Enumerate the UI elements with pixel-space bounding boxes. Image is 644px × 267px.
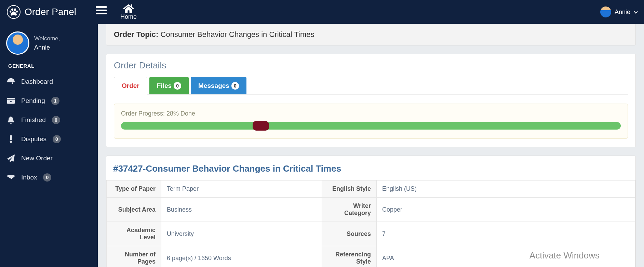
tab-messages[interactable]: Messages 0 — [191, 77, 246, 94]
app-root: Order Panel Home Annie Welcome, Annie GE… — [0, 0, 644, 267]
home-icon — [123, 4, 134, 13]
avatar-icon — [600, 6, 611, 17]
user-name-top: Annie — [615, 9, 630, 16]
sidebar-item-label: Pending — [21, 97, 45, 105]
sidebar-user-block: Welcome, Annie — [0, 29, 98, 61]
tab-order[interactable]: Order — [114, 77, 147, 95]
order-topic-bar: Order Topic: Consumer Behavior Changes i… — [106, 24, 636, 45]
sidebar: Welcome, Annie GENERAL DashboardPending1… — [0, 24, 98, 267]
welcome-label: Welcome, — [34, 35, 60, 42]
nav-list: DashboardPending1Finished0Disputes0New O… — [0, 72, 98, 187]
topnav: Home — [96, 4, 137, 21]
details-card: #37427-Consumer Behavior Changes in Crit… — [106, 156, 636, 267]
sidebar-item-dashboard[interactable]: Dashboard — [0, 72, 98, 91]
detail-key: Referencing Style — [322, 246, 377, 267]
disputes-icon — [7, 135, 15, 143]
tab-files[interactable]: Files 0 — [149, 77, 189, 94]
table-row: Number of Pages6 page(s) / 1650 WordsRef… — [107, 246, 635, 267]
sidebar-badge: 0 — [53, 135, 61, 143]
order-details-card: Order Details Order Files 0 Messages 0 O… — [106, 54, 636, 147]
tabs: Order Files 0 Messages 0 — [114, 77, 628, 95]
home-button[interactable]: Home — [120, 4, 137, 21]
detail-value: English (US) — [377, 181, 635, 198]
avatar-icon — [6, 31, 29, 55]
chevron-down-icon — [634, 10, 638, 13]
detail-key: Academic Level — [107, 222, 161, 246]
tab-messages-label: Messages — [198, 82, 229, 90]
sidebar-item-disputes[interactable]: Disputes0 — [0, 130, 98, 149]
main-content: Order Topic: Consumer Behavior Changes i… — [98, 24, 644, 267]
progress-bar[interactable] — [121, 122, 621, 130]
sidebar-username: Annie — [34, 44, 60, 51]
sidebar-item-label: Finished — [21, 116, 46, 124]
details-title: #37427-Consumer Behavior Changes in Crit… — [106, 162, 635, 180]
paw-icon — [7, 5, 21, 19]
new-order-icon — [7, 154, 15, 162]
detail-key: Number of Pages — [107, 246, 161, 267]
detail-value: University — [161, 222, 322, 246]
order-topic-value: Consumer Behavior Changes in Critical Ti… — [161, 30, 314, 39]
inbox-icon — [7, 173, 15, 182]
svg-point-0 — [10, 101, 12, 102]
sidebar-item-new-order[interactable]: New Order — [0, 149, 98, 168]
tab-files-label: Files — [157, 82, 172, 90]
order-details-heading: Order Details — [114, 60, 628, 71]
sidebar-item-label: Dashboard — [21, 78, 53, 85]
detail-value: Copper — [377, 198, 635, 222]
sidebar-badge: 0 — [43, 173, 51, 182]
details-table: Type of PaperTerm PaperEnglish StyleEngl… — [106, 180, 635, 267]
pending-icon — [7, 97, 15, 105]
sidebar-badge: 1 — [51, 97, 59, 105]
detail-key: English Style — [322, 181, 377, 198]
table-row: Type of PaperTerm PaperEnglish StyleEngl… — [107, 181, 635, 198]
order-topic-label: Order Topic: — [114, 30, 158, 39]
sidebar-item-label: Disputes — [21, 135, 46, 143]
detail-value: Term Paper — [161, 181, 322, 198]
sidebar-section-label: GENERAL — [0, 61, 98, 72]
user-text: Welcome, Annie — [34, 35, 60, 51]
progress-knob[interactable] — [253, 121, 269, 131]
tab-order-label: Order — [122, 82, 139, 90]
sidebar-badge: 0 — [52, 116, 60, 124]
detail-key: Subject Area — [107, 198, 161, 222]
sidebar-item-inbox[interactable]: Inbox0 — [0, 168, 98, 187]
sidebar-item-label: Inbox — [21, 174, 37, 181]
tab-files-badge: 0 — [174, 82, 181, 90]
sidebar-item-pending[interactable]: Pending1 — [0, 91, 98, 110]
detail-key: Sources — [322, 222, 377, 246]
progress-label: Order Progress: 28% Done — [121, 110, 621, 117]
detail-value: 6 page(s) / 1650 Words — [161, 246, 322, 267]
sidebar-item-finished[interactable]: Finished0 — [0, 110, 98, 130]
detail-value: APA — [377, 246, 635, 267]
table-row: Academic LevelUniversitySources7 — [107, 222, 635, 246]
detail-value: Business — [161, 198, 322, 222]
detail-value: 7 — [377, 222, 635, 246]
hamburger-icon[interactable] — [96, 6, 107, 14]
user-menu[interactable]: Annie — [600, 6, 637, 17]
table-row: Subject AreaBusinessWriter CategoryCoppe… — [107, 198, 635, 222]
sidebar-item-label: New Order — [21, 155, 53, 162]
home-label: Home — [120, 13, 137, 21]
progress-section: Order Progress: 28% Done — [114, 104, 628, 139]
dashboard-icon — [7, 78, 15, 86]
detail-key: Type of Paper — [107, 181, 161, 198]
brand-title: Order Panel — [25, 6, 76, 17]
brand[interactable]: Order Panel — [7, 5, 96, 19]
topbar: Order Panel Home Annie — [0, 0, 644, 24]
finished-icon — [7, 116, 15, 124]
detail-key: Writer Category — [322, 198, 377, 222]
tab-messages-badge: 0 — [231, 82, 239, 90]
